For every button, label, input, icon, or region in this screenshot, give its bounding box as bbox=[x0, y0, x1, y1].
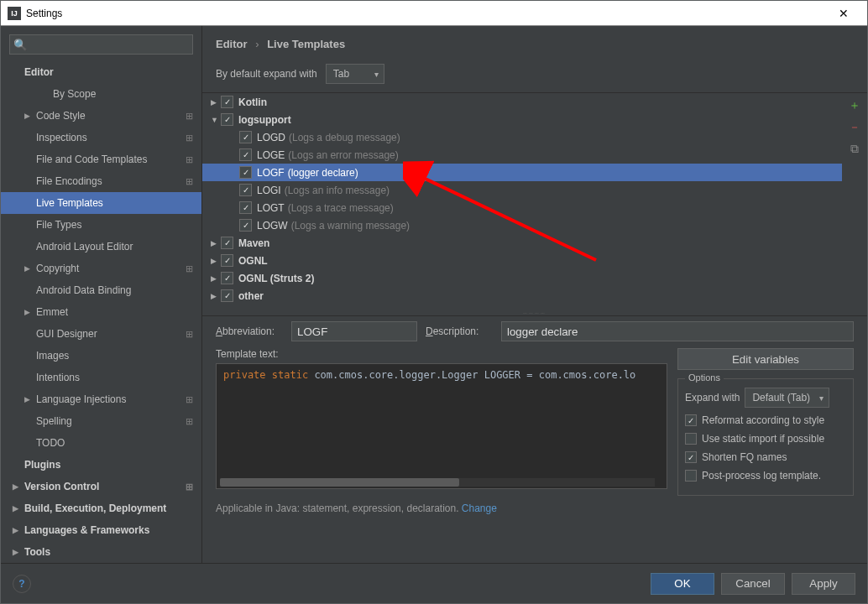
template-checkbox[interactable] bbox=[239, 201, 252, 214]
template-text-area[interactable]: private static com.cmos.core.logger.Logg… bbox=[216, 363, 667, 489]
template-checkbox[interactable] bbox=[239, 131, 252, 143]
titlebar: IJ Settings ✕ bbox=[1, 1, 867, 26]
template-group-other[interactable]: ▶other bbox=[202, 287, 842, 305]
description-input[interactable] bbox=[501, 321, 854, 341]
settings-sidebar: EditorBy Scope▶Code Style⊞Inspections⊞Fi… bbox=[1, 26, 202, 563]
template-tree[interactable]: ▶Kotlin▼logsupportLOGD (Logs a debug mes… bbox=[202, 93, 842, 310]
template-item-logi[interactable]: LOGI (Logs an info message) bbox=[202, 181, 842, 199]
sidebar-item-code-style[interactable]: ▶Code Style⊞ bbox=[1, 105, 201, 127]
sidebar-item-inspections[interactable]: Inspections⊞ bbox=[1, 127, 201, 148]
template-text-label: Template text: bbox=[216, 348, 667, 360]
change-context-link[interactable]: Change bbox=[462, 502, 497, 514]
group-checkbox[interactable] bbox=[221, 289, 233, 302]
sidebar-item-editor[interactable]: Editor bbox=[1, 61, 201, 83]
group-checkbox[interactable] bbox=[221, 96, 233, 108]
sidebar-item-emmet[interactable]: ▶Emmet bbox=[1, 301, 201, 323]
description-label: Description: bbox=[426, 325, 493, 337]
postprocess-label: Post-process log template. bbox=[702, 470, 821, 482]
static-import-label: Use static import if possible bbox=[702, 433, 824, 445]
breadcrumb-page: Live Templates bbox=[267, 38, 345, 50]
template-group-maven[interactable]: ▶Maven bbox=[202, 234, 842, 252]
close-button[interactable]: ✕ bbox=[827, 7, 860, 20]
sidebar-item-by-scope[interactable]: By Scope bbox=[1, 83, 201, 105]
main-panel: Editor › Live Templates By default expan… bbox=[202, 26, 867, 563]
group-checkbox[interactable] bbox=[221, 254, 233, 267]
remove-template-button[interactable]: － bbox=[848, 120, 861, 133]
reformat-label: Reformat according to style bbox=[702, 414, 824, 426]
template-item-logw[interactable]: LOGW (Logs a warning message) bbox=[202, 216, 842, 234]
code-scrollbar[interactable] bbox=[220, 478, 655, 487]
add-template-button[interactable]: ＋ bbox=[848, 98, 861, 112]
sidebar-item-android-layout-editor[interactable]: Android Layout Editor bbox=[1, 236, 201, 258]
window-title: Settings bbox=[26, 8, 827, 19]
edit-variables-button[interactable]: Edit variables bbox=[677, 348, 854, 370]
help-button[interactable]: ? bbox=[13, 575, 31, 593]
app-icon: IJ bbox=[8, 7, 21, 20]
sidebar-item-languages-frameworks[interactable]: ▶Languages & Frameworks bbox=[1, 519, 201, 541]
postprocess-checkbox[interactable] bbox=[685, 470, 697, 482]
template-checkbox[interactable] bbox=[239, 219, 252, 232]
applicable-contexts: Applicable in Java: statement, expressio… bbox=[202, 499, 867, 523]
expand-select[interactable]: Tab bbox=[326, 64, 384, 84]
group-checkbox[interactable] bbox=[221, 113, 233, 126]
search-input[interactable] bbox=[9, 34, 193, 55]
sidebar-item-language-injections[interactable]: ▶Language Injections⊞ bbox=[1, 388, 201, 410]
breadcrumb-section: Editor bbox=[216, 38, 248, 50]
template-actions: ＋ － ⧉ bbox=[842, 93, 867, 310]
sidebar-item-build-execution-deployment[interactable]: ▶Build, Execution, Deployment bbox=[1, 497, 201, 519]
group-checkbox[interactable] bbox=[221, 237, 233, 249]
sidebar-item-file-encodings[interactable]: File Encodings⊞ bbox=[1, 170, 201, 192]
template-item-loge[interactable]: LOGE (Logs an error message) bbox=[202, 146, 842, 164]
sidebar-item-file-types[interactable]: File Types bbox=[1, 214, 201, 236]
options-box: Options Expand with Default (Tab) Reform… bbox=[677, 378, 854, 496]
abbreviation-input[interactable] bbox=[291, 321, 417, 341]
sidebar-item-live-templates[interactable]: Live Templates bbox=[1, 192, 201, 214]
abbreviation-label: Abbreviation: bbox=[216, 325, 283, 337]
group-checkbox[interactable] bbox=[221, 272, 233, 284]
template-group-logsupport[interactable]: ▼logsupport bbox=[202, 111, 842, 128]
template-checkbox[interactable] bbox=[239, 166, 252, 179]
breadcrumb-sep: › bbox=[255, 38, 259, 50]
shorten-fq-checkbox[interactable] bbox=[685, 451, 697, 463]
sidebar-item-intentions[interactable]: Intentions bbox=[1, 367, 201, 388]
template-group-ognl-struts-2-[interactable]: ▶OGNL (Struts 2) bbox=[202, 269, 842, 287]
sidebar-item-file-and-code-templates[interactable]: File and Code Templates⊞ bbox=[1, 148, 201, 170]
expand-label: By default expand with bbox=[216, 68, 317, 80]
sidebar-item-images[interactable]: Images bbox=[1, 345, 201, 367]
ok-button[interactable]: OK bbox=[651, 573, 714, 595]
reformat-checkbox[interactable] bbox=[685, 414, 697, 426]
dialog-footer: ? OK Cancel Apply bbox=[1, 563, 867, 603]
cancel-button[interactable]: Cancel bbox=[721, 573, 785, 595]
template-item-logf[interactable]: LOGF (logger declare) bbox=[202, 164, 842, 181]
template-item-logt[interactable]: LOGT (Logs a trace message) bbox=[202, 199, 842, 216]
sidebar-item-todo[interactable]: TODO bbox=[1, 432, 201, 454]
sidebar-item-copyright[interactable]: ▶Copyright⊞ bbox=[1, 258, 201, 279]
template-checkbox[interactable] bbox=[239, 184, 252, 196]
sidebar-item-tools[interactable]: ▶Tools bbox=[1, 541, 201, 563]
settings-tree[interactable]: EditorBy Scope▶Code Style⊞Inspections⊞Fi… bbox=[1, 61, 201, 563]
sidebar-item-plugins[interactable]: Plugins bbox=[1, 454, 201, 476]
template-group-kotlin[interactable]: ▶Kotlin bbox=[202, 93, 842, 111]
template-item-logd[interactable]: LOGD (Logs a debug message) bbox=[202, 128, 842, 146]
template-group-ognl[interactable]: ▶OGNL bbox=[202, 252, 842, 269]
breadcrumb: Editor › Live Templates bbox=[202, 26, 867, 59]
shorten-fq-label: Shorten FQ names bbox=[702, 451, 787, 463]
apply-button[interactable]: Apply bbox=[792, 573, 855, 595]
sidebar-item-gui-designer[interactable]: GUI Designer⊞ bbox=[1, 323, 201, 345]
options-legend: Options bbox=[685, 372, 724, 383]
expand-with-label: Expand with bbox=[685, 392, 740, 404]
sidebar-item-spelling[interactable]: Spelling⊞ bbox=[1, 410, 201, 432]
copy-template-button[interactable]: ⧉ bbox=[848, 142, 861, 155]
template-checkbox[interactable] bbox=[239, 148, 252, 161]
expand-with-select[interactable]: Default (Tab) bbox=[745, 388, 829, 408]
sidebar-item-version-control[interactable]: ▶Version Control⊞ bbox=[1, 476, 201, 497]
static-import-checkbox[interactable] bbox=[685, 433, 697, 445]
sidebar-item-android-data-binding[interactable]: Android Data Binding bbox=[1, 279, 201, 301]
